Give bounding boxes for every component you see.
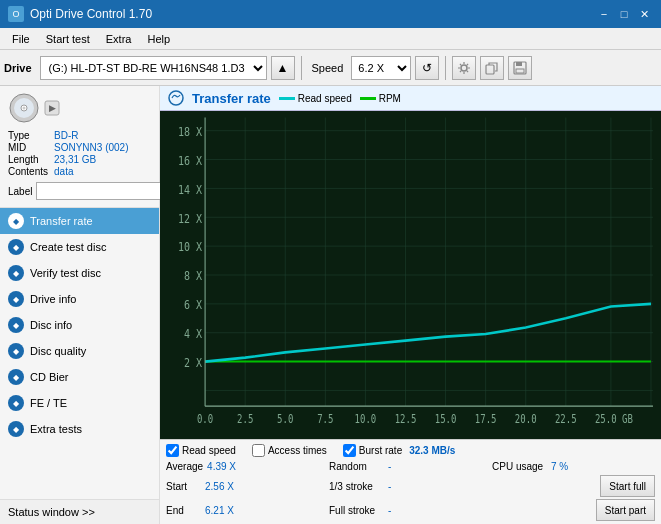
legend-read-speed: Read speed (279, 93, 352, 104)
access-times-checkbox[interactable] (252, 444, 265, 457)
transfer-rate-icon: ◆ (8, 213, 24, 229)
nav-create-test-disc[interactable]: ◆ Create test disc (0, 234, 159, 260)
legend-rpm: RPM (360, 93, 401, 104)
svg-text:14 X: 14 X (178, 181, 202, 197)
one-third-stroke-label: 1/3 stroke (329, 481, 384, 492)
end-value: 6.21 X (205, 505, 240, 516)
svg-text:12 X: 12 X (178, 210, 202, 226)
speed-select[interactable]: 6.2 X (351, 56, 411, 80)
menu-file[interactable]: File (4, 31, 38, 47)
drive-select[interactable]: (G:) HL-DT-ST BD-RE WH16NS48 1.D3 (40, 56, 267, 80)
extra-tests-icon: ◆ (8, 421, 24, 437)
end-row: End 6.21 X (166, 499, 329, 521)
toolbar-separator (301, 56, 302, 80)
copy-button[interactable] (480, 56, 504, 80)
svg-text:4 X: 4 X (184, 326, 202, 342)
drive-info-icon: ◆ (8, 291, 24, 307)
refresh-button[interactable]: ↺ (415, 56, 439, 80)
label-text: Label (8, 186, 32, 197)
start-row: Start 2.56 X (166, 475, 329, 497)
nav-transfer-rate[interactable]: ◆ Transfer rate (0, 208, 159, 234)
svg-text:22.5: 22.5 (555, 412, 577, 425)
read-speed-checkbox[interactable] (166, 444, 179, 457)
chart-header: Transfer rate Read speed RPM (160, 86, 661, 111)
access-times-checkbox-item: Access times (252, 444, 327, 457)
maximize-button[interactable]: □ (615, 5, 633, 23)
stats-row-2: Start 2.56 X 1/3 stroke - Start full (166, 474, 655, 498)
nav-disc-info-label: Disc info (30, 319, 72, 331)
svg-text:10 X: 10 X (178, 239, 202, 255)
start-full-container: Start full (492, 475, 655, 497)
menu-start-test[interactable]: Start test (38, 31, 98, 47)
minimize-button[interactable]: − (595, 5, 613, 23)
nav-disc-info[interactable]: ◆ Disc info (0, 312, 159, 338)
nav-fe-te[interactable]: ◆ FE / TE (0, 390, 159, 416)
burst-rate-checkbox[interactable] (343, 444, 356, 457)
start-part-button[interactable]: Start part (596, 499, 655, 521)
nav-fe-te-label: FE / TE (30, 397, 67, 409)
svg-text:10.0: 10.0 (355, 412, 377, 425)
random-row: Random - (329, 460, 492, 473)
toolbar-separator2 (445, 56, 446, 80)
start-value: 2.56 X (205, 481, 240, 492)
svg-text:20.0: 20.0 (515, 412, 537, 425)
random-value: - (388, 461, 408, 472)
disc-action-icon[interactable]: ▶ (44, 100, 60, 116)
nav-verify-test-disc[interactable]: ◆ Verify test disc (0, 260, 159, 286)
sidebar: ▶ Type BD-R MID SONYNN3 (002) Length 23,… (0, 86, 160, 524)
disc-icon (8, 92, 40, 124)
svg-text:0.0: 0.0 (197, 412, 213, 425)
nav-extra-tests[interactable]: ◆ Extra tests (0, 416, 159, 442)
burst-rate-checkbox-label: Burst rate (359, 445, 402, 456)
svg-text:7.5: 7.5 (317, 412, 333, 425)
menu-extra[interactable]: Extra (98, 31, 140, 47)
contents-value: data (54, 166, 151, 177)
svg-point-8 (23, 107, 26, 110)
drive-label: Drive (4, 62, 32, 74)
svg-rect-1 (486, 65, 494, 74)
one-third-stroke-row: 1/3 stroke - (329, 475, 492, 497)
mid-value: SONYNN3 (002) (54, 142, 151, 153)
start-full-button[interactable]: Start full (600, 475, 655, 497)
cpu-usage-row: CPU usage 7 % (492, 460, 655, 473)
close-button[interactable]: ✕ (635, 5, 653, 23)
save-button[interactable] (508, 56, 532, 80)
access-times-checkbox-label: Access times (268, 445, 327, 456)
nav-disc-quality-label: Disc quality (30, 345, 86, 357)
chart-icon (168, 90, 184, 106)
burst-rate-value: 32.3 MB/s (409, 445, 455, 456)
content-area: Transfer rate Read speed RPM (160, 86, 661, 524)
label-input[interactable] (36, 182, 169, 200)
app-title: Opti Drive Control 1.70 (30, 7, 152, 21)
menu-help[interactable]: Help (139, 31, 178, 47)
disc-section: ▶ Type BD-R MID SONYNN3 (002) Length 23,… (0, 86, 159, 208)
disc-header: ▶ (8, 92, 151, 124)
cpu-usage-value: 7 % (551, 461, 571, 472)
average-label: Average (166, 461, 203, 472)
read-speed-checkbox-item: Read speed (166, 444, 236, 457)
random-label: Random (329, 461, 384, 472)
full-stroke-label: Full stroke (329, 505, 384, 516)
nav-cd-bier[interactable]: ◆ CD Bier (0, 364, 159, 390)
svg-text:6 X: 6 X (184, 297, 202, 313)
contents-label: Contents (8, 166, 48, 177)
nav-drive-info[interactable]: ◆ Drive info (0, 286, 159, 312)
read-speed-checkbox-label: Read speed (182, 445, 236, 456)
length-label: Length (8, 154, 48, 165)
nav-disc-quality[interactable]: ◆ Disc quality (0, 338, 159, 364)
start-label: Start (166, 481, 201, 492)
burst-rate-checkbox-item: Burst rate 32.3 MB/s (343, 444, 456, 457)
nav-verify-test-disc-label: Verify test disc (30, 267, 101, 279)
title-bar: O Opti Drive Control 1.70 − □ ✕ (0, 0, 661, 28)
svg-text:16 X: 16 X (178, 152, 202, 168)
menu-bar: File Start test Extra Help (0, 28, 661, 50)
cpu-usage-label: CPU usage (492, 461, 547, 472)
settings-button[interactable] (452, 56, 476, 80)
status-window-button[interactable]: Status window >> (0, 499, 159, 524)
svg-text:▶: ▶ (49, 103, 56, 113)
eject-button[interactable]: ▲ (271, 56, 295, 80)
start-part-container: Start part (492, 499, 655, 521)
main-layout: ▶ Type BD-R MID SONYNN3 (002) Length 23,… (0, 86, 661, 524)
svg-text:8 X: 8 X (184, 268, 202, 284)
svg-text:18 X: 18 X (178, 124, 202, 140)
